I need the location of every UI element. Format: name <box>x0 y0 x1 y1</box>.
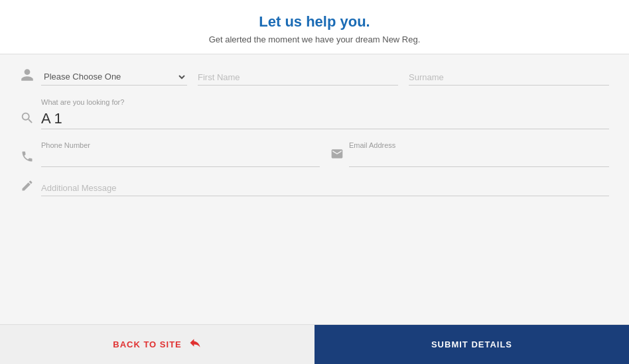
salutation-select[interactable]: Please Choose One Mr Mrs Ms Dr <box>41 68 187 86</box>
surname-input[interactable] <box>409 69 609 86</box>
search-label: What are you looking for? <box>41 98 609 106</box>
submit-details-button[interactable]: SUBMIT DETAILS <box>314 325 629 364</box>
phone-icon <box>13 150 41 167</box>
phone-label: Phone Number <box>41 141 320 149</box>
search-icon <box>13 111 41 129</box>
search-input[interactable] <box>41 109 609 129</box>
email-label: Email Address <box>349 141 609 149</box>
back-label: BACK TO SITE <box>113 339 182 349</box>
back-to-site-button[interactable]: BACK TO SITE <box>0 325 314 364</box>
pencil-icon <box>13 179 41 196</box>
phone-input[interactable] <box>41 151 320 167</box>
email-input[interactable] <box>349 151 609 167</box>
page-subtitle: Get alerted the moment we have your drea… <box>0 34 629 44</box>
page-title: Let us help you. <box>0 13 629 30</box>
footer: BACK TO SITE SUBMIT DETAILS <box>0 324 629 364</box>
person-icon <box>13 68 41 86</box>
first-name-input[interactable] <box>198 69 398 86</box>
message-input[interactable] <box>41 180 609 196</box>
back-arrow-icon <box>188 336 202 353</box>
email-icon <box>330 147 344 167</box>
